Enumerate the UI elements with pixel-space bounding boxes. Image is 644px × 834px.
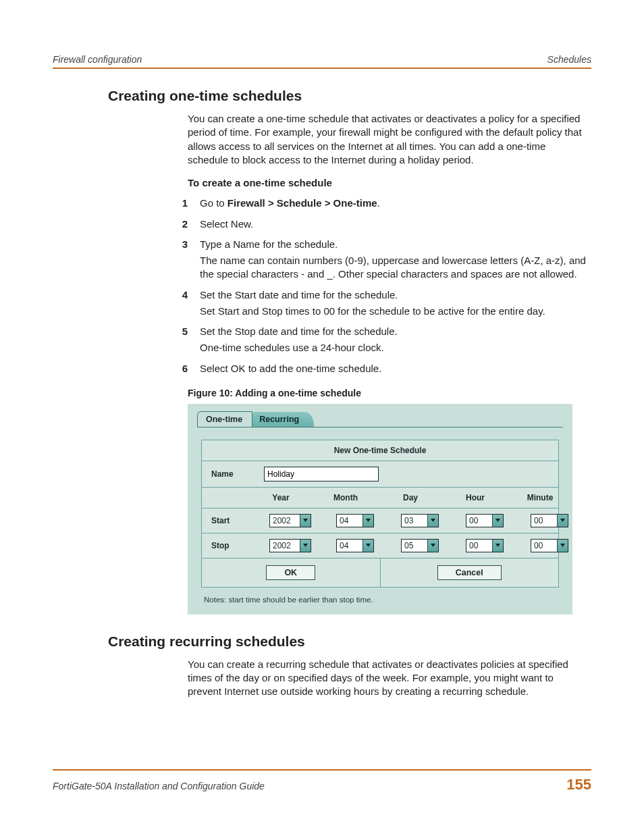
chevron-down-icon [427,515,438,527]
svg-marker-8 [495,544,500,547]
section-title-onetime: Creating one-time schedules [53,88,591,104]
stop-day-value: 05 [402,540,427,552]
ok-button[interactable]: OK [266,565,315,580]
section-title-recurring: Creating recurring schedules [53,633,591,650]
intro-onetime: You can create a one-time schedule that … [188,112,587,167]
chevron-down-icon [300,540,311,552]
stop-month-value: 04 [337,540,363,552]
step-body: Type a Name for the schedule. The name c… [200,238,591,282]
step-num: 4 [155,288,200,319]
chevron-down-icon [492,540,503,552]
chevron-down-icon [492,515,503,527]
stop-label: Stop [202,534,260,557]
start-hour-select[interactable]: 00 [466,514,504,527]
start-hour-value: 00 [466,515,492,527]
step-bold: Firewall > Schedule > One-time [227,197,377,209]
step-sub: Set Start and Stop times to 00 for the s… [200,305,587,318]
chevron-down-icon [427,540,438,552]
step-num: 5 [155,325,200,355]
stop-hour-value: 00 [466,540,492,552]
tab-one-time[interactable]: One-time [197,411,252,427]
step-num: 1 [155,197,200,210]
col-month: Month [319,493,372,502]
running-head-left: Firewall configuration [53,54,142,65]
stop-month-select[interactable]: 04 [336,539,374,552]
chevron-down-icon [557,540,568,552]
intro-recurring: You can create a recurring schedule that… [188,658,587,699]
schedule-panel: New One-time Schedule Name Year Month Da… [201,440,559,588]
figure-screenshot: One-time Recurring New One-time Schedule… [188,404,572,615]
name-input[interactable] [264,467,379,481]
start-year-select[interactable]: 2002 [269,514,311,527]
start-year-value: 2002 [270,515,300,527]
cancel-button[interactable]: Cancel [437,565,502,580]
rule-top [53,68,591,69]
stop-minute-value: 00 [531,540,557,552]
rule-bottom [53,769,591,771]
step-text: Type a Name for the schedule. [200,238,587,251]
chevron-down-icon [363,540,373,552]
start-day-select[interactable]: 03 [401,514,439,527]
svg-marker-1 [366,519,371,522]
svg-marker-7 [431,544,435,547]
col-day: Day [384,493,437,502]
start-minute-value: 00 [531,515,557,527]
stop-day-select[interactable]: 05 [401,539,439,552]
stop-minute-select[interactable]: 00 [531,539,568,552]
chevron-down-icon [557,515,568,527]
step-num: 2 [155,217,200,231]
step-num: 3 [155,238,200,282]
col-year: Year [254,493,307,502]
svg-marker-0 [303,519,308,522]
step-body: Set the Stop date and time for the sched… [200,325,591,355]
start-label: Start [202,509,260,532]
start-day-value: 03 [402,515,427,527]
start-month-select[interactable]: 04 [336,514,374,527]
svg-marker-2 [431,519,435,522]
svg-marker-5 [303,544,308,547]
svg-marker-9 [560,544,565,547]
name-label: Name [202,463,260,486]
step-body: Go to Firewall > Schedule > One-time. [200,197,591,210]
stop-year-select[interactable]: 2002 [269,539,311,552]
start-month-value: 04 [337,515,363,527]
figure-caption: Figure 10: Adding a one-time schedule [188,388,591,398]
footer-title: FortiGate-50A Installation and Configura… [53,781,265,791]
svg-marker-4 [560,519,565,522]
step-body: Select OK to add the one-time schedule. [200,362,591,375]
running-head-right: Schedules [547,54,591,65]
step-body: Set the Start date and time for the sche… [200,288,591,319]
stop-hour-select[interactable]: 00 [466,539,504,552]
step-body: Select New. [200,217,591,231]
step-post: . [377,197,380,209]
stop-year-value: 2002 [270,540,300,552]
tab-recurring[interactable]: Recurring [251,412,314,427]
figure-notes: Notes: start time should be earlier than… [204,596,568,604]
step-text: Set the Start date and time for the sche… [200,288,587,302]
svg-marker-3 [495,519,500,522]
start-minute-select[interactable]: 00 [531,514,568,527]
chevron-down-icon [363,515,373,527]
step-text: Set the Stop date and time for the sched… [200,325,587,338]
step-text: Go to [200,197,227,209]
chevron-down-icon [300,515,311,527]
step-num: 6 [155,362,200,375]
page-number: 155 [566,776,591,793]
col-hour: Hour [449,493,502,502]
panel-title: New One-time Schedule [202,440,558,461]
col-minute: Minute [514,493,566,502]
svg-marker-6 [366,544,371,547]
procedure-title: To create a one-time schedule [188,176,587,190]
step-sub: One-time schedules use a 24-hour clock. [200,341,587,355]
step-sub: The name can contain numbers (0-9), uppe… [200,254,587,282]
